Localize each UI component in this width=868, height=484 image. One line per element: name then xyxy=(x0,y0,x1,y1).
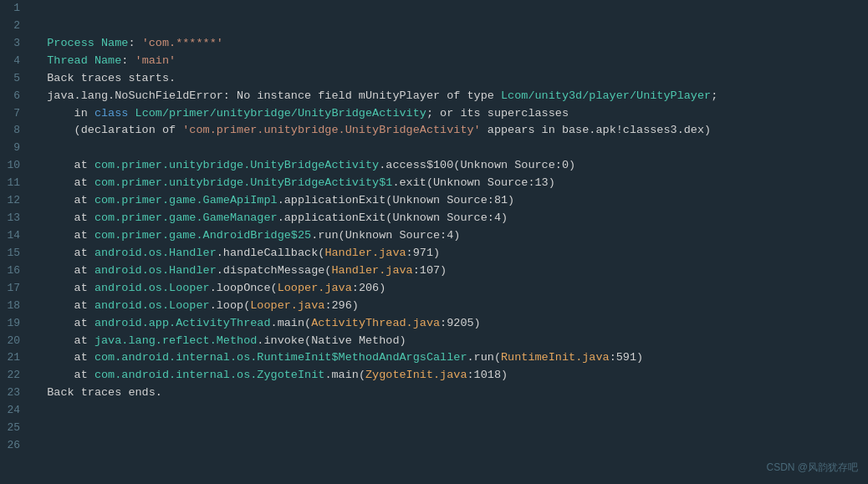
line-num-18: 18 xyxy=(0,298,33,314)
line-content-15: at android.os.Handler.handleCallback(Han… xyxy=(33,245,868,262)
line-content-5: Back traces starts. xyxy=(33,70,868,88)
line-content-11: at com.primer.unitybridge.UnityBridgeAct… xyxy=(33,175,868,192)
line-content-10: at com.primer.unitybridge.UnityBridgeAct… xyxy=(33,157,868,175)
line-num-25: 25 xyxy=(0,420,33,436)
line-content-21: at com.android.internal.os.RuntimeInit$M… xyxy=(33,349,868,367)
line-content-18: at android.os.Looper.loop(Looper.java:29… xyxy=(33,298,868,315)
line-row-9: 9 xyxy=(0,140,868,157)
line-num-5: 5 xyxy=(0,70,33,87)
line-num-19: 19 xyxy=(0,315,33,332)
line-content-1 xyxy=(33,0,868,18)
line-num-7: 7 xyxy=(0,105,33,122)
line-content-2 xyxy=(33,18,868,35)
line-row-19: 19 at android.app.ActivityThread.main(Ac… xyxy=(0,315,868,333)
line-row-6: 6 java.lang.NoSuchFieldError: No instanc… xyxy=(0,88,868,105)
line-content-3: Process Name: 'com.******' xyxy=(33,35,868,53)
line-row-8: 8 (declaration of 'com.primer.unitybridg… xyxy=(0,122,868,140)
code-viewer: 1 2 3 Process Name: 'com.******' 4 Threa… xyxy=(0,0,868,484)
line-row-22: 22 at com.android.internal.os.ZygoteInit… xyxy=(0,367,868,385)
line-num-9: 9 xyxy=(0,140,33,156)
line-content-4: Thread Name: 'main' xyxy=(33,53,868,70)
line-content-12: at com.primer.game.GameApiImpl.applicati… xyxy=(33,192,868,210)
line-content-8: (declaration of 'com.primer.unitybridge.… xyxy=(33,122,868,140)
line-content-23: Back traces ends. xyxy=(33,385,868,402)
line-row-17: 17 at android.os.Looper.loopOnce(Looper.… xyxy=(0,280,868,298)
line-content-13: at com.primer.game.GameManager.applicati… xyxy=(33,210,868,227)
line-num-10: 10 xyxy=(0,157,33,174)
line-num-21: 21 xyxy=(0,349,33,366)
line-content-16: at android.os.Handler.dispatchMessage(Ha… xyxy=(33,262,868,280)
line-num-17: 17 xyxy=(0,280,33,297)
line-content-20: at java.lang.reflect.Method.invoke(Nativ… xyxy=(33,333,868,350)
line-num-15: 15 xyxy=(0,245,33,262)
watermark: CSDN @风韵犹存吧 xyxy=(766,460,858,476)
line-num-2: 2 xyxy=(0,18,33,34)
line-num-22: 22 xyxy=(0,367,33,384)
line-row-4: 4 Thread Name: 'main' xyxy=(0,53,868,70)
line-num-12: 12 xyxy=(0,192,33,209)
line-num-1: 1 xyxy=(0,0,33,17)
line-content-9 xyxy=(33,140,868,157)
line-num-3: 3 xyxy=(0,35,33,52)
line-row-18: 18 at android.os.Looper.loop(Looper.java… xyxy=(0,298,868,315)
line-num-16: 16 xyxy=(0,262,33,279)
line-row-15: 15 at android.os.Handler.handleCallback(… xyxy=(0,245,868,262)
line-row-11: 11 at com.primer.unitybridge.UnityBridge… xyxy=(0,175,868,192)
line-content-25 xyxy=(33,420,868,437)
line-content-14: at com.primer.game.AndroidBridge$25.run(… xyxy=(33,227,868,245)
line-content-26 xyxy=(33,437,868,455)
line-row-10: 10 at com.primer.unitybridge.UnityBridge… xyxy=(0,157,868,175)
line-content-17: at android.os.Looper.loopOnce(Looper.jav… xyxy=(33,280,868,298)
line-num-13: 13 xyxy=(0,210,33,227)
line-row-16: 16 at android.os.Handler.dispatchMessage… xyxy=(0,262,868,280)
line-row-21: 21 at com.android.internal.os.RuntimeIni… xyxy=(0,349,868,367)
line-content-7: in class Lcom/primer/unitybridge/UnityBr… xyxy=(33,105,868,123)
line-row-2: 2 xyxy=(0,18,868,35)
line-content-6: java.lang.NoSuchFieldError: No instance … xyxy=(33,88,868,105)
line-num-8: 8 xyxy=(0,122,33,139)
line-row-14: 14 at com.primer.game.AndroidBridge$25.r… xyxy=(0,227,868,245)
line-content-19: at android.app.ActivityThread.main(Activ… xyxy=(33,315,868,333)
line-row-20: 20 at java.lang.reflect.Method.invoke(Na… xyxy=(0,333,868,350)
line-num-20: 20 xyxy=(0,333,33,349)
line-num-23: 23 xyxy=(0,385,33,401)
line-row-12: 12 at com.primer.game.GameApiImpl.applic… xyxy=(0,192,868,210)
line-num-14: 14 xyxy=(0,227,33,244)
line-num-6: 6 xyxy=(0,88,33,104)
line-row-5: 5 Back traces starts. xyxy=(0,70,868,88)
line-num-11: 11 xyxy=(0,175,33,191)
line-row-7: 7 in class Lcom/primer/unitybridge/Unity… xyxy=(0,105,868,123)
line-row-3: 3 Process Name: 'com.******' xyxy=(0,35,868,53)
line-row-23: 23 Back traces ends. xyxy=(0,385,868,402)
line-row-1: 1 xyxy=(0,0,868,18)
line-row-13: 13 at com.primer.game.GameManager.applic… xyxy=(0,210,868,227)
line-num-24: 24 xyxy=(0,402,33,419)
line-row-26: 26 xyxy=(0,437,868,455)
line-row-25: 25 xyxy=(0,420,868,437)
line-num-26: 26 xyxy=(0,437,33,454)
line-row-24: 24 xyxy=(0,402,868,420)
line-content-22: at com.android.internal.os.ZygoteInit.ma… xyxy=(33,367,868,385)
line-content-24 xyxy=(33,402,868,420)
line-num-4: 4 xyxy=(0,53,33,69)
